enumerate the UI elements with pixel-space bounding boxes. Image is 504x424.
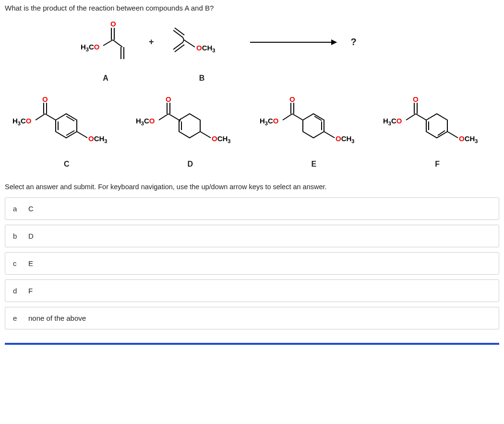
answer-key: a [13,205,20,213]
answer-text: none of the above [28,314,86,322]
svg-line-9 [175,45,184,52]
svg-line-10 [183,37,192,40]
svg-text:H3CO: H3CO [383,117,402,126]
svg-line-27 [159,114,168,120]
svg-line-0 [103,40,113,46]
svg-text:H3CO: H3CO [260,117,279,126]
svg-text:OCH3: OCH3 [212,134,230,144]
svg-line-24 [77,132,87,138]
answer-b[interactable]: b D [5,225,499,247]
svg-line-6 [173,30,183,37]
svg-line-35 [200,132,211,138]
svg-text:OCH3: OCH3 [336,134,354,144]
svg-text:O: O [289,97,295,103]
answer-text: E [28,259,33,267]
svg-text:O: O [166,97,171,103]
bottom-accent-bar [5,343,499,345]
svg-line-42 [292,114,303,120]
option-c-label: C [7,160,126,169]
answer-key: e [13,314,20,322]
svg-text:OCH3: OCH3 [459,134,478,144]
svg-line-7 [175,28,184,35]
option-d-structure: H3CO O OCH3 D [131,97,250,169]
reaction-arrow [250,42,336,43]
answer-text: C [28,205,34,213]
option-e-label: E [254,160,373,169]
svg-line-13 [183,40,184,42]
och3-label: OCH3 [196,44,215,53]
answer-a[interactable]: a C [5,197,499,220]
answer-d[interactable]: d F [5,279,499,302]
svg-line-57 [447,132,458,138]
svg-text:H3CO: H3CO [136,117,155,126]
svg-line-12 [183,37,184,40]
option-f-structure: H3CO O OCH3 F [378,97,497,169]
product-options: H3CO O OCH3 C H3CO O [7,97,497,169]
compound-b: OCH3 B [168,21,236,83]
svg-line-53 [416,114,426,120]
svg-text:OCH3: OCH3 [88,134,107,144]
svg-line-46 [324,132,335,138]
instructions-text: Select an answer and submit. For keyboar… [5,183,499,191]
svg-line-38 [283,114,292,120]
option-c-structure: H3CO O OCH3 C [7,97,126,169]
reaction-scheme: H3CO O A + [77,21,499,83]
answer-list: a C b D c E d F e none of the above [5,197,499,329]
carbonyl-o: O [110,21,116,28]
question-text: What is the product of the reaction betw… [5,4,499,12]
option-d-label: D [131,160,250,169]
svg-text:O: O [42,97,48,103]
svg-text:H3CO: H3CO [12,117,32,126]
svg-line-31 [168,114,179,120]
plus-sign: + [149,37,154,47]
svg-line-19 [45,114,56,120]
svg-line-3 [113,40,122,47]
svg-line-15 [36,114,45,120]
answer-text: D [28,232,34,240]
h3co-label: H3CO [81,43,100,52]
answer-key: c [13,259,20,267]
svg-line-8 [173,42,183,49]
svg-line-22 [66,116,74,121]
answer-key: b [13,232,20,240]
svg-marker-54 [426,114,447,138]
answer-c[interactable]: c E [5,252,499,275]
compound-a: H3CO O A [77,21,134,83]
svg-text:O: O [413,97,419,103]
answer-e[interactable]: e none of the above [5,307,499,329]
compound-a-label: A [77,74,134,83]
svg-marker-32 [179,114,200,138]
option-f-label: F [378,160,497,169]
answer-key: d [13,287,20,295]
svg-marker-43 [303,114,324,138]
svg-line-23 [66,131,74,135]
product-placeholder: ? [351,36,357,48]
svg-line-11 [184,40,195,47]
answer-text: F [28,287,33,295]
svg-marker-20 [56,114,77,138]
compound-b-label: B [168,74,236,83]
svg-line-49 [406,114,416,120]
option-e-structure: H3CO O OCH3 E [254,97,373,169]
